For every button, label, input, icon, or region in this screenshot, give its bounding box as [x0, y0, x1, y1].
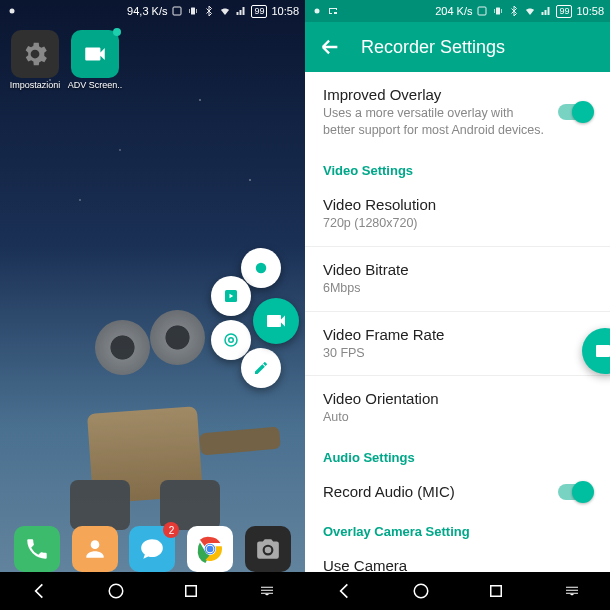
toggle-improved-overlay[interactable] [558, 104, 592, 120]
videocam-icon [71, 30, 119, 78]
bluetooth-icon [203, 5, 215, 17]
page-title: Recorder Settings [361, 37, 505, 58]
draw-button[interactable] [241, 348, 281, 388]
setting-summary: Uses a more versatile overlay with bette… [323, 105, 548, 139]
svg-point-12 [265, 547, 272, 554]
nav-home-icon[interactable] [412, 582, 430, 600]
section-video-settings: Video Settings [305, 153, 610, 182]
statusbar-right: 204 K/s 99 10:58 [305, 0, 610, 22]
setting-video-orientation[interactable]: Video Orientation Auto [305, 376, 610, 440]
setting-value: 30 FPS [323, 345, 592, 362]
clock: 10:58 [271, 5, 299, 17]
nfc-icon [476, 5, 488, 17]
svg-point-11 [207, 546, 214, 553]
app-settings[interactable]: Impostazioni [10, 30, 60, 90]
battery-indicator: 99 [556, 5, 572, 18]
signal-icon [540, 5, 552, 17]
dock-camera[interactable] [245, 526, 291, 572]
svg-rect-14 [186, 586, 197, 597]
phone-icon [24, 536, 50, 562]
setting-improved-overlay[interactable]: Improved Overlay Uses a more versatile o… [305, 72, 610, 153]
person-icon [82, 536, 108, 562]
wifi-icon [524, 5, 536, 17]
nav-back-icon[interactable] [334, 581, 354, 601]
record-button[interactable] [241, 248, 281, 288]
setting-video-resolution[interactable]: Video Resolution 720p (1280x720) [305, 182, 610, 246]
wifi-icon [219, 5, 231, 17]
nfc-icon [171, 5, 183, 17]
dock-contacts[interactable] [72, 526, 118, 572]
toggle-record-audio[interactable] [558, 484, 592, 500]
notification-dot-icon [311, 5, 323, 17]
nav-recent-icon[interactable] [487, 582, 505, 600]
section-audio-settings: Audio Settings [305, 440, 610, 469]
setting-label: Improved Overlay [323, 86, 548, 103]
nav-drawer-icon[interactable] [563, 582, 581, 600]
setting-video-framerate[interactable]: Video Frame Rate 30 FPS [305, 312, 610, 376]
back-arrow-icon[interactable] [319, 36, 341, 58]
setting-label: Video Resolution [323, 196, 592, 213]
setting-label: Record Audio (MIC) [323, 483, 455, 500]
nav-recent-icon[interactable] [182, 582, 200, 600]
overlay-main-button[interactable] [253, 298, 299, 344]
vibrate-icon [187, 5, 199, 17]
cast-icon [327, 5, 339, 17]
settings-list[interactable]: Improved Overlay Uses a more versatile o… [305, 72, 610, 580]
svg-point-13 [109, 584, 123, 598]
svg-rect-1 [173, 7, 181, 15]
message-badge: 2 [163, 522, 179, 538]
section-overlay-camera: Overlay Camera Setting [305, 514, 610, 543]
setting-value: 6Mbps [323, 280, 592, 297]
message-icon [139, 536, 165, 562]
app-label: Impostazioni [10, 80, 61, 90]
nav-back-icon[interactable] [29, 581, 49, 601]
dock: 2 [0, 526, 305, 572]
app-label: ADV Screen.. [68, 80, 123, 90]
setting-label: Video Orientation [323, 390, 592, 407]
notification-badge-icon [113, 28, 121, 36]
svg-point-6 [229, 338, 234, 343]
camera-icon [255, 536, 281, 562]
dock-phone[interactable] [14, 526, 60, 572]
dock-messages[interactable]: 2 [129, 526, 175, 572]
net-speed: 204 K/s [435, 5, 472, 17]
svg-point-0 [10, 9, 15, 14]
dock-chrome[interactable] [187, 526, 233, 572]
settings-screen: 204 K/s 99 10:58 Recorder Settings Impro… [305, 0, 610, 610]
home-screen: 94,3 K/s 99 10:58 Impostazioni ADV Scree… [0, 0, 305, 610]
svg-point-7 [90, 540, 99, 549]
vibrate-icon [492, 5, 504, 17]
setting-value: Auto [323, 409, 592, 426]
chrome-icon [194, 533, 226, 565]
svg-rect-2 [191, 8, 195, 15]
statusbar-left: 94,3 K/s 99 10:58 [0, 0, 305, 22]
setting-label: Video Bitrate [323, 261, 592, 278]
videocam-icon [264, 309, 288, 333]
svg-point-3 [256, 263, 267, 274]
bluetooth-icon [508, 5, 520, 17]
svg-rect-19 [491, 586, 502, 597]
nav-home-icon[interactable] [107, 582, 125, 600]
setting-video-bitrate[interactable]: Video Bitrate 6Mbps [305, 247, 610, 311]
nav-drawer-icon[interactable] [258, 582, 276, 600]
svg-point-18 [414, 584, 428, 598]
svg-rect-17 [496, 8, 500, 15]
home-apps-row: Impostazioni ADV Screen.. [0, 22, 305, 98]
notification-dot-icon [6, 5, 18, 17]
app-adv-screen-recorder[interactable]: ADV Screen.. [70, 30, 120, 90]
navbar-right [305, 572, 610, 610]
setting-label: Video Frame Rate [323, 326, 592, 343]
gallery-button[interactable] [211, 276, 251, 316]
videocam-icon [593, 339, 610, 363]
gear-icon [11, 30, 59, 78]
net-speed: 94,3 K/s [127, 5, 167, 17]
svg-point-15 [315, 9, 320, 14]
signal-icon [235, 5, 247, 17]
appbar: Recorder Settings [305, 22, 610, 72]
svg-point-5 [225, 334, 237, 346]
setting-value: 720p (1280x720) [323, 215, 592, 232]
setting-record-audio[interactable]: Record Audio (MIC) [305, 469, 610, 514]
svg-rect-16 [478, 7, 486, 15]
navbar-left [0, 572, 305, 610]
clock: 10:58 [576, 5, 604, 17]
